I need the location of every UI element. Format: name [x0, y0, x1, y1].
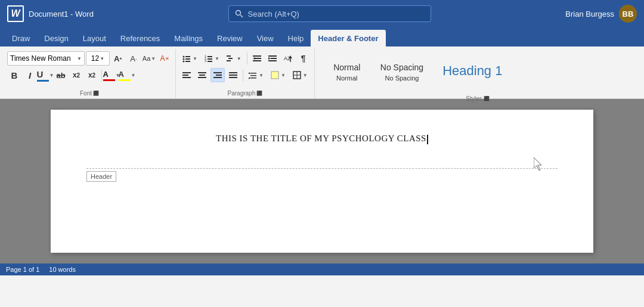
tab-mailings[interactable]: Mailings	[167, 30, 210, 46]
align-left-button[interactable]	[179, 68, 194, 82]
increase-indent-button[interactable]	[265, 51, 280, 66]
styles-group-content: Normal Normal No Spacing No Spacing Head…	[318, 49, 517, 95]
underline-button[interactable]: U ▼	[38, 68, 52, 82]
styles-expand-icon[interactable]: ⬛	[484, 96, 490, 101]
svg-rect-42	[250, 77, 256, 79]
numbering-button[interactable]: 1. 2. 3. ▼	[202, 51, 222, 66]
styles-group: Normal Normal No Spacing No Spacing Head…	[315, 49, 640, 98]
bullets-button[interactable]: ▼	[179, 51, 200, 66]
search-icon	[235, 10, 243, 18]
style-normal[interactable]: Normal Normal	[323, 51, 371, 93]
svg-rect-14	[227, 55, 231, 57]
tab-design[interactable]: Design	[37, 30, 75, 46]
italic-button[interactable]: I	[23, 68, 37, 82]
svg-rect-28	[182, 72, 191, 73]
font-name-selector[interactable]: Times New Roman ▼	[7, 51, 85, 66]
paragraph-group-content: ▼ 1. 2. 3. ▼	[179, 49, 311, 90]
justify-button[interactable]	[226, 68, 240, 82]
svg-marker-43	[249, 72, 250, 74]
svg-rect-31	[198, 72, 206, 73]
svg-rect-39	[229, 77, 237, 78]
text-cursor	[427, 135, 428, 144]
tab-view[interactable]: View	[250, 30, 281, 46]
search-placeholder: Search (Alt+Q)	[248, 10, 299, 18]
svg-rect-30	[182, 77, 191, 78]
align-center-button[interactable]	[195, 68, 209, 82]
superscript-button[interactable]: x2	[85, 68, 99, 82]
subscript-button[interactable]: x2	[69, 68, 83, 82]
font-group-content: Times New Roman ▼ 12 ▼ A+ A- Aa▼ A✕ B I …	[7, 49, 172, 90]
document-page[interactable]: THIS IS THE TITLE OF MY PSYCHOLOGY CLASS…	[51, 110, 593, 253]
status-bar: Page 1 of 1 10 words	[0, 263, 644, 275]
paragraph-expand-icon[interactable]: ⬛	[256, 91, 262, 96]
grow-font-button[interactable]: A+	[111, 51, 125, 66]
avatar[interactable]: BB	[619, 5, 637, 23]
header-content-area[interactable]	[86, 172, 558, 190]
svg-rect-45	[271, 72, 278, 79]
shading-button[interactable]: ▼	[268, 68, 289, 82]
font-expand-icon[interactable]: ⬛	[93, 91, 99, 96]
strikethrough-button[interactable]: ab	[54, 68, 68, 82]
document-area: THIS IS THE TITLE OF MY PSYCHOLOGY CLASS…	[0, 99, 644, 263]
svg-rect-35	[216, 75, 222, 76]
svg-point-6	[183, 61, 185, 63]
decrease-indent-button[interactable]	[250, 51, 264, 66]
align-center-icon	[198, 71, 206, 79]
multilevel-button[interactable]: ▼	[224, 51, 244, 66]
tab-references[interactable]: References	[113, 30, 167, 46]
change-case-button[interactable]: Aa▼	[142, 51, 156, 66]
styles-panel: Normal Normal No Spacing No Spacing Head…	[318, 51, 517, 93]
app-logo: W	[7, 5, 24, 22]
line-spacing-dropdown: ▼	[259, 73, 264, 78]
borders-button[interactable]: ▼	[290, 68, 311, 82]
svg-text:3.: 3.	[205, 59, 207, 63]
size-dropdown-arrow: ▼	[100, 56, 104, 61]
tab-draw[interactable]: Draw	[5, 30, 37, 46]
align-right-button[interactable]	[210, 68, 225, 82]
shrink-font-button[interactable]: A-	[126, 51, 141, 66]
font-color-button[interactable]: A ▼	[104, 68, 119, 82]
header-label: Header	[86, 171, 116, 182]
borders-icon	[293, 71, 301, 79]
tab-help[interactable]: Help	[281, 30, 311, 46]
para-sep2	[243, 69, 243, 81]
numbering-dropdown: ▼	[215, 56, 219, 61]
line-spacing-icon	[249, 71, 257, 79]
svg-rect-40	[250, 73, 256, 74]
font-name-display: Times New Roman	[10, 54, 74, 63]
font-separator	[101, 69, 102, 81]
search-area: Search (Alt+Q)	[98, 5, 561, 22]
style-normal-preview: Normal	[333, 63, 360, 72]
tab-header-footer[interactable]: Header & Footer	[311, 30, 385, 46]
svg-rect-22	[271, 58, 277, 59]
document-title: Document1 - Word	[29, 10, 94, 18]
tab-review[interactable]: Review	[210, 30, 250, 46]
shading-icon	[271, 71, 279, 79]
style-nospace-label: No Spacing	[385, 75, 419, 82]
svg-rect-3	[185, 56, 190, 57]
style-nospace-preview: No Spacing	[380, 63, 423, 72]
paragraph-mark: ¶	[301, 54, 306, 63]
search-box[interactable]: Search (Alt+Q)	[228, 5, 431, 22]
shading-dropdown: ▼	[281, 73, 286, 78]
user-name: Brian Burgess	[565, 10, 614, 18]
style-no-spacing[interactable]: No Spacing No Spacing	[371, 51, 433, 93]
svg-point-0	[236, 11, 240, 15]
svg-rect-19	[253, 60, 261, 61]
sort-button[interactable]: AZ	[281, 51, 295, 66]
line-spacing-button[interactable]: ▼	[246, 68, 267, 82]
paragraph-group-label: Paragraph ⬛	[179, 90, 311, 98]
avatar-initials: BB	[623, 10, 634, 18]
font-size-selector[interactable]: 12 ▼	[86, 51, 110, 66]
clear-formatting-button[interactable]: A✕	[157, 51, 172, 66]
highlight-button[interactable]: A ▼	[120, 68, 134, 82]
style-heading1[interactable]: Heading 1	[433, 51, 512, 93]
bold-button[interactable]: B	[7, 68, 21, 82]
show-formatting-button[interactable]: ¶	[296, 51, 311, 66]
word-count: 10 words	[49, 266, 76, 273]
bullets-icon	[182, 54, 191, 63]
borders-dropdown: ▼	[303, 73, 308, 78]
document-title-text[interactable]: THIS IS THE TITLE OF MY PSYCHOLOGY CLASS	[86, 134, 558, 144]
ribbon-tab-bar: Draw Design Layout References Mailings R…	[0, 27, 644, 46]
tab-layout[interactable]: Layout	[76, 30, 113, 46]
